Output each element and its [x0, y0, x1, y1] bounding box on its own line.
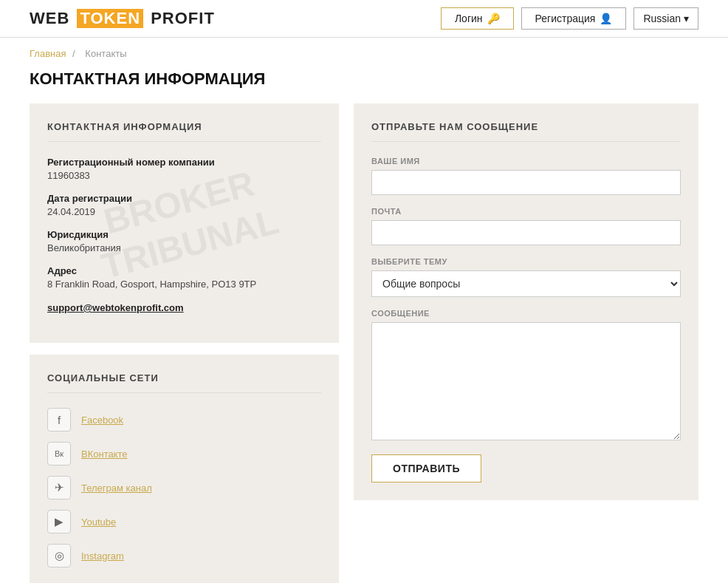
email-field: support@webtokenprofit.com [47, 301, 321, 313]
subject-select[interactable]: Общие вопросы Техническая поддержка Фина… [371, 270, 681, 297]
message-textarea[interactable] [371, 322, 681, 440]
subject-group: ВЫБЕРИТЕ ТЕМУ Общие вопросы Техническая … [371, 257, 681, 297]
contact-card-title: КОНТАКТНАЯ ИНФОРМАЦИЯ [47, 121, 321, 142]
page-title: КОНТАКТНАЯ ИНФОРМАЦИЯ [0, 64, 728, 103]
email-label: ПОЧТА [371, 207, 681, 216]
key-icon: 🔑 [487, 13, 500, 24]
name-group: ВАШЕ ИМЯ [371, 157, 681, 195]
breadcrumb-current: Контакты [85, 48, 126, 59]
chevron-down-icon: ▾ [684, 13, 689, 24]
facebook-link[interactable]: Facebook [81, 415, 123, 426]
message-label: СООБЩЕНИЕ [371, 309, 681, 318]
form-card-title: ОТПРАВЬТЕ НАМ СООБЩЕНИЕ [371, 121, 681, 142]
logo-token: TOKEN [77, 9, 143, 28]
social-item-youtube: ▶ Youtube [47, 510, 321, 533]
name-input[interactable] [371, 170, 681, 195]
user-icon: 👤 [600, 13, 612, 24]
breadcrumb: Главная / Контакты [0, 38, 728, 64]
reg-date-value: 24.04.2019 [47, 206, 95, 217]
language-selector[interactable]: Russian ▾ [633, 7, 698, 30]
header: WEB TOKEN PROFIT Логин 🔑 Регистрация 👤 R… [0, 0, 728, 38]
email-link[interactable]: support@webtokenprofit.com [47, 302, 184, 313]
logo-profit: PROFIT [151, 9, 215, 28]
social-card-title: СОЦИАЛЬНЫЕ СЕТИ [47, 372, 321, 393]
social-item-vk: Вк ВКонтакте [47, 442, 321, 466]
address-value: 8 Franklin Road, Gosport, Hampshire, PO1… [47, 279, 256, 290]
logo: WEB TOKEN PROFIT [30, 9, 215, 28]
email-input[interactable] [371, 220, 681, 245]
logo-web: WEB [30, 9, 69, 28]
name-label: ВАШЕ ИМЯ [371, 157, 681, 166]
breadcrumb-separator: / [72, 48, 75, 59]
youtube-icon: ▶ [47, 510, 71, 533]
vk-icon: Вк [47, 442, 71, 466]
address-field: Адрес 8 Franklin Road, Gosport, Hampshir… [47, 265, 321, 290]
lang-label: Russian [643, 13, 681, 24]
email-group: ПОЧТА [371, 207, 681, 245]
subject-label: ВЫБЕРИТЕ ТЕМУ [371, 257, 681, 266]
reg-num-field: Регистрационный номер компании 11960383 [47, 157, 321, 181]
register-button[interactable]: Регистрация 👤 [521, 7, 627, 30]
submit-button[interactable]: ОТПРАВИТЬ [371, 454, 481, 483]
jurisdiction-label: Юрисдикция [47, 229, 321, 240]
reg-date-field: Дата регистрации 24.04.2019 [47, 193, 321, 217]
main-content: BROKER TRIBUNAL КОНТАКТНАЯ ИНФОРМАЦИЯ Ре… [0, 103, 728, 583]
reg-num-value: 11960383 [47, 170, 90, 181]
login-label: Логин [455, 13, 483, 24]
breadcrumb-home[interactable]: Главная [30, 48, 66, 59]
social-item-instagram: ◎ Instagram [47, 544, 321, 567]
social-card: СОЦИАЛЬНЫЕ СЕТИ f Facebook Вк ВКонтакте … [30, 355, 339, 583]
vk-link[interactable]: ВКонтакте [81, 449, 128, 460]
message-group: СООБЩЕНИЕ [371, 309, 681, 443]
instagram-icon: ◎ [47, 544, 71, 567]
youtube-link[interactable]: Youtube [81, 516, 116, 528]
telegram-icon: ✈ [47, 476, 71, 500]
contact-form-card: ОТПРАВЬТЕ НАМ СООБЩЕНИЕ ВАШЕ ИМЯ ПОЧТА В… [354, 103, 698, 500]
contact-info-card: BROKER TRIBUNAL КОНТАКТНАЯ ИНФОРМАЦИЯ Ре… [30, 103, 339, 343]
telegram-link[interactable]: Телеграм канал [81, 483, 152, 494]
social-item-facebook: f Facebook [47, 408, 321, 432]
reg-date-label: Дата регистрации [47, 193, 321, 204]
social-item-telegram: ✈ Телеграм канал [47, 476, 321, 500]
address-label: Адрес [47, 265, 321, 276]
register-label: Регистрация [535, 13, 596, 24]
facebook-icon: f [47, 408, 71, 432]
login-button[interactable]: Логин 🔑 [441, 7, 514, 30]
reg-num-label: Регистрационный номер компании [47, 157, 321, 168]
jurisdiction-value: Великобритания [47, 242, 121, 253]
header-actions: Логин 🔑 Регистрация 👤 Russian ▾ [441, 7, 698, 30]
left-column: BROKER TRIBUNAL КОНТАКТНАЯ ИНФОРМАЦИЯ Ре… [30, 103, 339, 583]
instagram-link[interactable]: Instagram [81, 550, 124, 562]
jurisdiction-field: Юрисдикция Великобритания [47, 229, 321, 253]
